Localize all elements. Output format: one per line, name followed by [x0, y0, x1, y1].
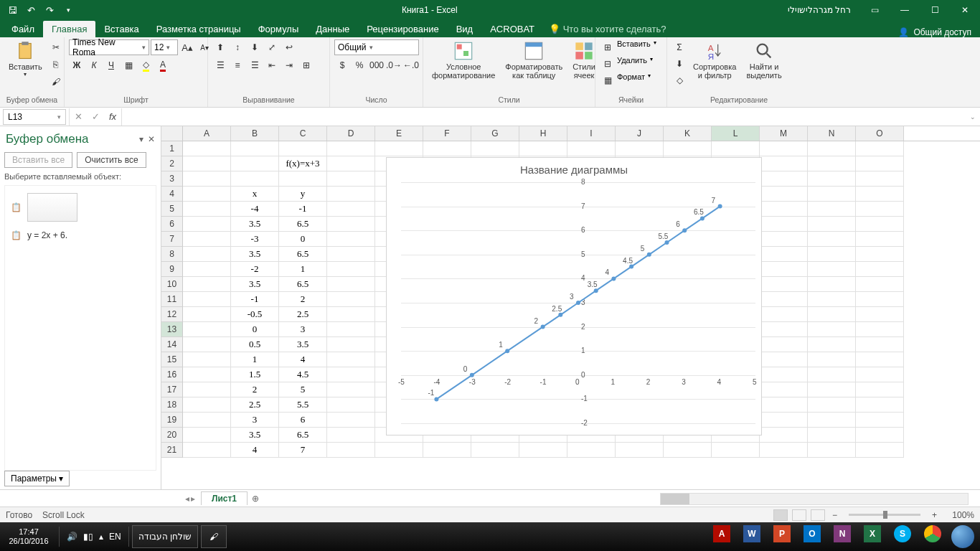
clipboard-pane-options-icon[interactable]: ▾ [139, 134, 143, 144]
cell[interactable] [808, 443, 856, 458]
cell[interactable] [808, 397, 856, 413]
cell[interactable] [183, 413, 231, 428]
cell[interactable]: 3.5 [279, 337, 327, 352]
cell[interactable] [327, 156, 375, 171]
cell[interactable] [856, 171, 904, 187]
row-header[interactable]: 6 [161, 217, 183, 232]
cell[interactable] [183, 352, 231, 367]
wrap-text-button[interactable]: ↩ [281, 39, 297, 55]
column-header[interactable]: G [471, 126, 519, 141]
format-painter-button[interactable]: 🖌 [48, 74, 64, 90]
cell[interactable] [856, 322, 904, 337]
cell[interactable] [183, 156, 231, 171]
cell[interactable] [327, 217, 375, 232]
cell[interactable] [375, 141, 423, 156]
cell[interactable] [760, 262, 808, 277]
view-page-layout-button[interactable] [792, 509, 806, 521]
column-header[interactable]: M [760, 126, 808, 141]
cell[interactable] [856, 247, 904, 262]
paste-button[interactable]: Вставить ▾ [4, 39, 47, 79]
cell[interactable] [760, 352, 808, 367]
cell[interactable] [327, 262, 375, 277]
taskbar-clock[interactable]: 17:47 26/10/2016 [0, 527, 57, 546]
name-box[interactable]: L13▾ [3, 109, 66, 125]
cell[interactable] [808, 277, 856, 292]
paste-all-button[interactable]: Вставить все [4, 152, 72, 168]
cell[interactable] [471, 141, 519, 156]
cell[interactable] [760, 202, 808, 217]
cell[interactable] [856, 187, 904, 202]
cell[interactable] [327, 413, 375, 428]
cell[interactable] [183, 337, 231, 352]
cell[interactable] [231, 156, 279, 171]
cell[interactable] [808, 352, 856, 367]
fx-button[interactable]: fx [104, 108, 121, 126]
cell[interactable] [808, 307, 856, 322]
system-tray[interactable]: 🔊 ▮▯ ▴ EN [61, 532, 127, 542]
cell[interactable] [856, 352, 904, 367]
column-header[interactable]: O [856, 126, 904, 141]
cell[interactable] [808, 141, 856, 156]
undo-icon[interactable]: ↶ [23, 2, 39, 18]
cell[interactable] [279, 141, 327, 156]
maximize-button[interactable]: ☐ [920, 0, 950, 20]
font-name-combo[interactable]: Times New Roma▾ [69, 39, 149, 55]
cell[interactable] [808, 322, 856, 337]
cell[interactable]: 1.5 [231, 367, 279, 382]
cell[interactable] [856, 141, 904, 156]
cell[interactable] [327, 171, 375, 187]
cell[interactable] [327, 307, 375, 322]
cell[interactable] [327, 322, 375, 337]
underline-button[interactable]: Ч [103, 57, 119, 73]
row-header[interactable]: 13 [161, 322, 183, 337]
zoom-level[interactable]: 100% [944, 510, 974, 520]
cell[interactable] [327, 292, 375, 307]
cell[interactable] [183, 247, 231, 262]
row-header[interactable]: 21 [161, 443, 183, 458]
accept-formula-button[interactable]: ✓ [87, 108, 104, 126]
row-header[interactable]: 1 [161, 141, 183, 156]
clipboard-pane-close-icon[interactable]: ✕ [148, 134, 155, 144]
cell[interactable]: -1 [279, 202, 327, 217]
find-select-button[interactable]: Найти и выделить [742, 39, 786, 81]
redo-icon[interactable]: ↷ [42, 2, 57, 18]
cell[interactable] [808, 367, 856, 382]
column-header[interactable]: E [375, 126, 423, 141]
tell-me-search[interactable]: 💡 Что вы хотите сделать? [543, 21, 672, 37]
share-button[interactable]: Общий доступ [913, 27, 971, 37]
cell[interactable] [712, 141, 760, 156]
cell[interactable] [183, 277, 231, 292]
cell[interactable] [856, 337, 904, 352]
column-header[interactable]: N [808, 126, 856, 141]
cell[interactable]: 2.5 [231, 397, 279, 413]
cell[interactable]: 3.5 [231, 247, 279, 262]
orientation-button[interactable]: ⤢ [264, 39, 280, 55]
cell[interactable]: 3.5 [231, 277, 279, 292]
cell[interactable] [327, 202, 375, 217]
cell[interactable] [760, 217, 808, 232]
column-header[interactable]: C [279, 126, 327, 141]
align-left-button[interactable]: ☰ [212, 57, 228, 73]
view-normal-button[interactable] [773, 509, 788, 521]
font-color-button[interactable]: A [155, 57, 171, 73]
cell[interactable] [856, 382, 904, 397]
tray-chevron-icon[interactable]: ▴ [99, 532, 103, 542]
cell[interactable] [616, 141, 664, 156]
tab-file[interactable]: Файл [3, 21, 43, 37]
taskbar-app-word[interactable]: W [738, 522, 766, 545]
row-header[interactable]: 17 [161, 382, 183, 397]
cell[interactable] [760, 428, 808, 443]
taskbar-app-outlook[interactable]: O [798, 522, 826, 545]
cell[interactable]: -2 [231, 262, 279, 277]
zoom-slider-thumb[interactable] [883, 511, 887, 519]
sort-filter-button[interactable]: АЯСортировка и фильтр [689, 39, 740, 81]
cell[interactable] [856, 277, 904, 292]
cell[interactable] [327, 337, 375, 352]
column-header[interactable]: I [567, 126, 616, 141]
cell[interactable]: -1 [231, 292, 279, 307]
cell[interactable]: 0 [279, 232, 327, 247]
cell[interactable]: 2 [279, 292, 327, 307]
cell[interactable] [327, 232, 375, 247]
cell[interactable] [183, 141, 231, 156]
cell[interactable]: 1 [231, 352, 279, 367]
